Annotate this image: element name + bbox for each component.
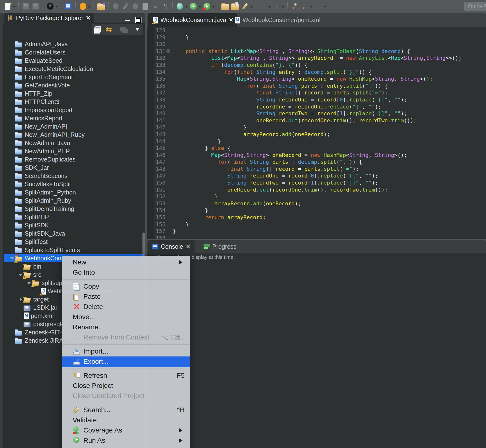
tree-item-label: New_AdminAPI [25, 123, 67, 130]
tree-item-executemetriccalculation[interactable]: ExecuteMetricCalculation [4, 65, 144, 73]
close-icon[interactable]: ✕ [86, 15, 91, 21]
menu-item-move-[interactable]: Move... [62, 312, 190, 322]
menu-item-new[interactable]: New [62, 257, 190, 267]
link-with-editor-icon[interactable]: ⇆ [105, 26, 113, 33]
close-icon[interactable]: ✕ [186, 243, 191, 250]
tree-item-adminapi-java[interactable]: AdminAPI_Java [4, 40, 144, 48]
dropdown-caret-icon[interactable] [212, 6, 215, 9]
line-number: 128 [156, 27, 165, 34]
tree-item-splitadmin-ruby[interactable]: SplitAdmin_Ruby [4, 196, 144, 205]
tree-item-splitdemotraining[interactable]: SplitDemoTraining [4, 205, 144, 213]
dropdown-caret-icon[interactable] [268, 6, 271, 9]
tree-item-httpclient3[interactable]: HTTPClient3 [4, 98, 144, 106]
menu-item-delete[interactable]: ✕Delete [62, 302, 190, 312]
menu-item-paste[interactable]: Paste [62, 292, 190, 302]
tab-package-explorer[interactable]: PyDev Package Explorer ✕ [4, 13, 94, 23]
export-icon [73, 358, 81, 365]
expand-arrow-icon[interactable] [10, 256, 15, 261]
quick-access-input[interactable]: Quick Access [464, 2, 486, 11]
expand-arrow-icon[interactable] [18, 272, 23, 277]
menu-item-run-as[interactable]: Run As [62, 435, 190, 446]
project-folder-icon [15, 205, 23, 212]
new-wizard-icon[interactable] [3, 2, 12, 11]
dropdown-caret-icon[interactable] [88, 6, 91, 9]
menu-item-search-[interactable]: Search...^H [62, 405, 190, 415]
tree-item-metricsreport[interactable]: MetricsReport [4, 114, 144, 122]
code-area[interactable]: 128129 }130131− public static List<Map<S… [147, 27, 486, 239]
tree-item-newadmin-php[interactable]: NewAdmin_PHP [4, 147, 144, 155]
view-menu-icon[interactable] [134, 26, 141, 33]
menu-item-import-[interactable]: Import... [62, 346, 190, 356]
run-external-icon[interactable] [203, 2, 211, 11]
arrow-spacer [10, 149, 15, 153]
dropdown-caret-icon[interactable] [324, 6, 326, 9]
expand-arrow-icon[interactable] [27, 280, 32, 285]
menu-item-refresh[interactable]: RefreshF5 [62, 370, 190, 381]
toolbar-separator [61, 2, 61, 10]
tree-item-correlateusers[interactable]: CorrelateUsers [4, 48, 144, 56]
minimize-icon[interactable] [125, 20, 130, 21]
tree-item-splunktosplitevents[interactable]: SplunkToSplitEvents [4, 246, 144, 254]
tree-item-removeduplicates[interactable]: RemoveDuplicates [4, 155, 144, 163]
tree-item-evaluateseed[interactable]: EvaluateSeed [4, 56, 144, 65]
collapse-arrow-icon[interactable] [18, 297, 23, 302]
menu-item-rename-[interactable]: Rename... [62, 322, 190, 332]
menu-item-label: Remove from Context [83, 334, 156, 341]
console-view-icon[interactable] [64, 2, 73, 11]
tree-item-searchbeacons[interactable]: SearchBeacons [4, 172, 144, 180]
focus-task-icon[interactable] [120, 26, 127, 33]
tab-webhookconsumer-java[interactable]: WebhookConsumer.java ✕ [148, 13, 237, 27]
menu-shortcut: F5 [177, 372, 185, 379]
menu-item-go-into[interactable]: Go Into [62, 267, 190, 278]
last-edit-location-icon[interactable]: ← [291, 2, 299, 11]
menu-separator [62, 367, 190, 370]
menu-item-validate[interactable]: Validate [62, 415, 190, 425]
open-clipboard-icon[interactable] [231, 2, 239, 11]
tree-item-impressionreport[interactable]: ImpressionReport [4, 106, 144, 114]
menu-item-coverage-as[interactable]: Coverage As [62, 425, 190, 435]
tree-item-splitadmin-python[interactable]: SplitAdmin_Python [4, 188, 144, 196]
tree-item-snowflaketosplit[interactable]: SnowflakeToSplit [4, 180, 144, 188]
run-icon[interactable] [189, 2, 197, 11]
tree-item-splittest[interactable]: SplitTest [4, 238, 144, 246]
back-icon[interactable]: ← [301, 2, 309, 11]
fold-marker-icon[interactable]: − [166, 49, 170, 53]
tab-progress[interactable]: Progress [200, 240, 240, 253]
maximize-icon[interactable] [135, 17, 141, 23]
user-profile-icon[interactable] [46, 2, 54, 11]
menu-item-copy[interactable]: Copy [62, 281, 190, 292]
tree-item-exporttosegment[interactable]: ExportToSegment [4, 73, 144, 81]
pilcrow-icon[interactable]: ¶ [161, 2, 169, 11]
tree-item-label: SplitDemoTraining [25, 205, 74, 212]
tab-pom-xml[interactable]: WebhookConsumer/pom.xml [230, 13, 324, 27]
dropdown-caret-icon[interactable] [56, 6, 58, 9]
tree-item-label: SplitSDK [25, 222, 49, 229]
tab-console[interactable]: Console ✕ [148, 240, 194, 253]
dropdown-caret-icon[interactable] [310, 6, 313, 9]
tree-item-splitsdk[interactable]: SplitSDK [4, 221, 144, 229]
tree-item-newadmin-java[interactable]: NewAdmin_Java [4, 139, 144, 147]
run-config-folder-icon[interactable] [97, 2, 105, 11]
open-folder-icon[interactable] [221, 2, 229, 11]
tree-item-getzendeskvote[interactable]: GetZendeskVote [4, 81, 144, 89]
tree-item-http-zip[interactable]: HTTP_Zip [4, 89, 144, 98]
tree-item-new-adminapi-ruby[interactable]: New_AdminAPI_Ruby [4, 130, 144, 139]
tree-item-splitsdk-java[interactable]: SplitSDK_Java [4, 229, 144, 238]
debug-icon[interactable] [176, 2, 184, 11]
tree-item-splitphp[interactable]: SplitPHP [4, 213, 144, 221]
mark-occurrences-icon[interactable] [241, 2, 249, 11]
tree-item-sdk-jar[interactable]: SDK_Jar [4, 163, 144, 172]
dropdown-caret-icon[interactable] [185, 6, 187, 9]
testng-icon[interactable] [79, 2, 87, 11]
dropdown-caret-icon[interactable] [199, 6, 201, 9]
arrow-spacer [10, 58, 15, 63]
line-number: 150 [156, 179, 165, 186]
project-folder-icon [15, 164, 23, 171]
dropdown-caret-icon[interactable] [282, 6, 284, 9]
menu-item-export-[interactable]: Export... [62, 356, 190, 367]
collapse-all-icon[interactable] [95, 26, 102, 33]
dropdown-caret-icon[interactable] [13, 6, 15, 9]
tree-item-new-adminapi[interactable]: New_AdminAPI [4, 122, 144, 130]
menu-item-close-project[interactable]: Close Project [62, 381, 190, 391]
dropdown-caret-icon[interactable] [250, 6, 253, 9]
